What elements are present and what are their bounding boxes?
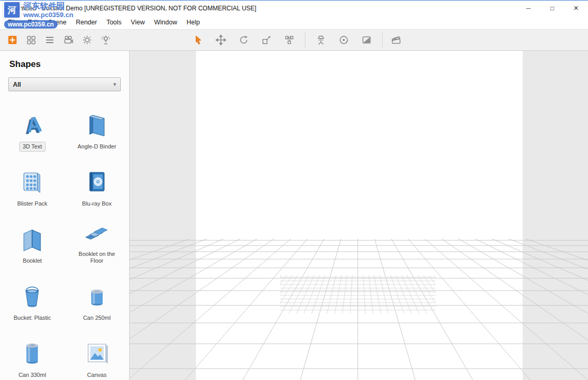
- gear-icon: [81, 34, 93, 46]
- toolbar-separator: [305, 33, 305, 47]
- close-button[interactable]: ×: [564, 1, 588, 16]
- shape-item-bucket-plastic[interactable]: Bucket: Plastic: [3, 273, 61, 323]
- nodes-icon: [284, 34, 295, 46]
- toolbar-left-group: [3, 31, 115, 49]
- shape-filter-dropdown[interactable]: All ▾: [8, 77, 121, 91]
- list-icon: [44, 34, 55, 46]
- orbit-icon: [338, 34, 349, 46]
- movie-camera-icon: [63, 34, 74, 46]
- menu-bar: File Edit Scene Render Tools View Window…: [0, 16, 588, 29]
- shape-item-label: Can 330ml: [15, 370, 50, 380]
- view-thumbnails-button[interactable]: [22, 31, 40, 49]
- add-shape-button[interactable]: [3, 31, 22, 49]
- toolbar-separator: [382, 33, 383, 47]
- menu-item-window[interactable]: Window: [149, 17, 181, 28]
- cursor-icon: [192, 34, 204, 46]
- toolbar-transform-group: [187, 31, 301, 49]
- 3d-text-icon: A A: [18, 106, 46, 139]
- can-330ml-icon: [18, 335, 46, 367]
- shape-item-label: Canvas: [83, 370, 110, 380]
- render-camera-button[interactable]: [59, 31, 78, 49]
- shapes-panel-title: Shapes: [9, 59, 129, 70]
- toolbar-scene-group: [310, 31, 378, 49]
- shape-item-canvas[interactable]: Canvas: [68, 330, 126, 380]
- bucket-plastic-icon: [18, 278, 46, 310]
- light-stand-button[interactable]: [310, 31, 332, 49]
- shape-item-angle-d-binder[interactable]: Angle-D Binder: [68, 102, 126, 152]
- snap-tool-button[interactable]: [278, 31, 301, 49]
- shape-item-label: Blu-ray Box: [78, 199, 115, 209]
- select-tool-button[interactable]: [187, 31, 209, 49]
- move-tool-button[interactable]: [209, 31, 232, 49]
- shape-item-label: Bucket: Plastic: [10, 313, 54, 323]
- toolbar-animation-group: [387, 31, 405, 49]
- shape-grid: A A 3D Text Angle-D Binder: [0, 102, 129, 380]
- booklet-on-floor-icon: [83, 216, 111, 246]
- app-icon: [4, 4, 12, 12]
- can-250ml-icon: [83, 278, 111, 310]
- shape-item-label: Can 250ml: [79, 313, 114, 323]
- shape-item-blu-ray-box[interactable]: Blu-ray Box: [68, 159, 126, 209]
- shape-item-can-330ml[interactable]: Can 330ml: [3, 330, 61, 380]
- angle-d-binder-icon: [83, 106, 111, 139]
- orbit-camera-button[interactable]: [332, 31, 355, 49]
- minimize-button[interactable]: ─: [516, 1, 540, 16]
- light-stand-icon: [315, 34, 327, 46]
- svg-text:A: A: [25, 112, 43, 137]
- shape-item-label: Angle-D Binder: [74, 142, 120, 152]
- clapperboard-icon: [390, 34, 402, 46]
- menu-item-help[interactable]: Help: [182, 17, 205, 28]
- shape-item-label: Booklet: [19, 256, 46, 266]
- perspective-grid: [130, 51, 588, 380]
- move-arrows-icon: [215, 34, 227, 46]
- scale-tool-button[interactable]: [255, 31, 278, 49]
- materials-button[interactable]: [355, 31, 378, 49]
- plus-icon: [7, 34, 18, 46]
- rotate-tool-button[interactable]: [232, 31, 255, 49]
- main-content: Shapes All ▾ A A 3D Text: [0, 51, 588, 380]
- shape-item-label: Booklet on the Floor: [68, 249, 126, 266]
- materials-icon: [361, 34, 372, 46]
- shape-item-blister-pack[interactable]: Blister Pack: [3, 159, 61, 209]
- canvas-icon: [83, 335, 111, 367]
- window-title: Untitled - Boxshot Demo [UNREGISTERED VE…: [15, 5, 256, 12]
- booklet-icon: [18, 221, 46, 253]
- chevron-down-icon: ▾: [113, 81, 116, 88]
- settings-button[interactable]: [78, 31, 96, 49]
- blu-ray-box-icon: [83, 164, 111, 196]
- blister-pack-icon: [18, 164, 46, 196]
- lighting-button[interactable]: [96, 31, 115, 49]
- rotate-icon: [238, 34, 249, 46]
- menu-item-view[interactable]: View: [126, 17, 149, 28]
- menu-item-edit[interactable]: Edit: [23, 17, 44, 28]
- lamp-icon: [100, 34, 111, 46]
- menu-item-file[interactable]: File: [3, 17, 23, 28]
- viewport-3d[interactable]: [130, 51, 588, 380]
- title-bar: Untitled - Boxshot Demo [UNREGISTERED VE…: [0, 0, 588, 16]
- shape-item-label: Blister Pack: [13, 199, 51, 209]
- shapes-sidebar: Shapes All ▾ A A 3D Text: [0, 51, 130, 380]
- shape-item-label: 3D Text: [19, 142, 46, 152]
- maximize-button[interactable]: □: [540, 1, 564, 16]
- menu-item-render[interactable]: Render: [71, 17, 102, 28]
- shape-filter-value: All: [13, 81, 21, 88]
- shape-item-booklet[interactable]: Booklet: [3, 216, 61, 266]
- menu-item-scene[interactable]: Scene: [44, 17, 71, 28]
- view-list-button[interactable]: [40, 31, 59, 49]
- shape-item-booklet-on-floor[interactable]: Booklet on the Floor: [68, 216, 126, 266]
- menu-item-tools[interactable]: Tools: [102, 17, 126, 28]
- grid-icon: [25, 34, 37, 46]
- animation-button[interactable]: [387, 31, 405, 49]
- scale-icon: [261, 34, 272, 46]
- toolbar: [0, 29, 588, 51]
- window-controls: ─ □ ×: [516, 1, 588, 16]
- shape-item-can-250ml[interactable]: Can 250ml: [68, 273, 126, 323]
- shape-item-3d-text[interactable]: A A 3D Text: [3, 102, 61, 152]
